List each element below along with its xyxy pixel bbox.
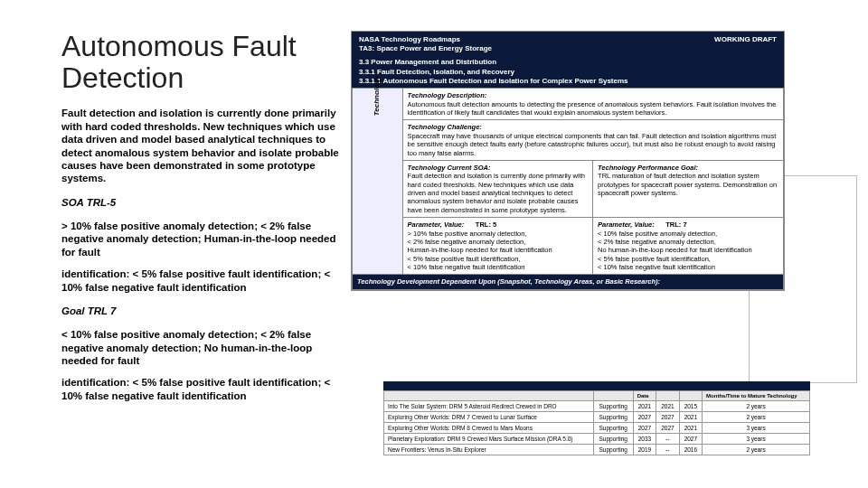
mission-c2: 2021 [633, 401, 656, 412]
dev-dependent-row: Technology Development Dependent Upon (S… [353, 275, 784, 289]
perf-goal-text: TRL maturation of fault detection and is… [598, 172, 777, 197]
goal-label: Goal TRL 7 [61, 305, 342, 317]
current-soa-label: Technology Current SOA: [408, 164, 491, 172]
tech-description-cell: Technology Description: Autonomous fault… [402, 89, 783, 120]
mh-date: Date [633, 391, 656, 401]
param-label-l: Parameter, Value: [408, 221, 465, 229]
mission-c4: 2021 [679, 412, 702, 423]
mission-c1: Supporting [593, 423, 633, 434]
mh-c1 [593, 391, 633, 401]
technology-table: Technology Technology Description: Auton… [352, 88, 784, 290]
mission-name: New Frontiers: Venus In-Situ Explorer [384, 445, 594, 455]
mission-c2: 2027 [633, 423, 656, 434]
doc-header-line2: TA3: Space Power and Energy Storage [359, 44, 492, 53]
current-soa-text: Fault detection and isolation is current… [408, 172, 585, 214]
mission-c3: 2027 [656, 423, 679, 434]
mission-name: Into The Solar System: DRM 5 Asteroid Re… [384, 401, 594, 412]
mh-c3 [656, 391, 679, 401]
mission-name: Exploring Other Worlds: DRM 7 Crewed to … [384, 412, 594, 423]
mission-c1: Supporting [593, 445, 633, 455]
mission-table: Date Months/Time to Mature Technology In… [383, 390, 810, 455]
mission-c4: 2021 [679, 423, 702, 434]
mission-header-strip [383, 381, 810, 390]
tech-challenge-label: Technology Challenge: [408, 123, 482, 131]
tech-challenge-cell: Technology Challenge: Spacecraft may hav… [402, 120, 783, 161]
soa-metrics-2: identification: < 5% false positive faul… [61, 267, 342, 294]
sec-3-3: 3.3 Power Management and Distribution [359, 58, 777, 67]
mh-name [384, 391, 594, 401]
param-left-text: > 10% false positive anomaly detection, … [408, 230, 552, 272]
doc-header-line1: NASA Technology Roadmaps [359, 35, 492, 44]
mission-c4: 2015 [679, 401, 702, 412]
right-column: …tion in …r and …lo …ss …meet …ulator …t… [351, 31, 821, 470]
goal-metrics-2: identification: < 5% false positive faul… [61, 376, 342, 402]
soa-metrics-1: > 10% false positive anomaly detection; … [61, 220, 342, 258]
mission-c4: 2016 [679, 445, 702, 455]
mission-c1: Supporting [593, 401, 633, 412]
technology-side-label: Technology [373, 76, 382, 117]
tech-description-text: Autonomous fault detection amounts to de… [408, 100, 777, 117]
mission-tbody: Into The Solar System: DRM 5 Asteroid Re… [384, 401, 810, 455]
mh-time: Months/Time to Mature Technology [703, 391, 810, 401]
mission-c1: Supporting [593, 412, 633, 423]
mission-name: Exploring Other Worlds: DRM 8 Crewed to … [384, 423, 594, 434]
slide: Autonomous Fault Detection Fault detecti… [0, 0, 868, 488]
mission-c5: 2 years [703, 445, 810, 455]
mission-name: Planetary Exploration: DRM 9 Crewed Mars… [384, 434, 594, 445]
mission-c5: 2 years [703, 412, 810, 423]
tech-description-label: Technology Description: [408, 91, 487, 99]
mission-c5: 3 years [703, 434, 810, 445]
perf-goal-label: Technology Performance Goal: [598, 164, 698, 172]
mission-c4: 2027 [679, 434, 702, 445]
roadmap-document: NASA Technology Roadmaps TA3: Space Powe… [351, 31, 785, 291]
table-row: Exploring Other Worlds: DRM 7 Crewed to … [384, 412, 810, 423]
mission-c2: 2027 [633, 412, 656, 423]
doc-header-left: NASA Technology Roadmaps TA3: Space Powe… [359, 35, 492, 52]
technology-side-tab: Technology [353, 89, 403, 275]
left-column: Autonomous Fault Detection Fault detecti… [61, 31, 342, 470]
table-row: Into The Solar System: DRM 5 Asteroid Re… [384, 401, 810, 412]
table-row: New Frontiers: Venus In-Situ ExplorerSup… [384, 445, 810, 455]
table-row: Planetary Exploration: DRM 9 Crewed Mars… [384, 434, 810, 445]
table-row: Exploring Other Worlds: DRM 8 Crewed to … [384, 423, 810, 434]
slide-title: Autonomous Fault Detection [61, 31, 342, 94]
param-right-text: < 10% false positive anomaly detection, … [598, 230, 752, 272]
trl-right: TRL: 7 [665, 221, 686, 229]
mission-c5: 3 years [703, 423, 810, 434]
goal-metrics-1: < 10% false positive anomaly detection; … [61, 328, 342, 367]
doc-header: NASA Technology Roadmaps TA3: Space Powe… [352, 32, 784, 56]
soa-label: SOA TRL-5 [61, 196, 342, 209]
param-label-r: Parameter, Value: [598, 221, 655, 229]
mission-c3: -- [656, 434, 679, 445]
sec-3-3-1: 3.3.1 Fault Detection, Isolation, and Re… [359, 68, 777, 77]
param-left-cell: Parameter, Value: TRL: 5 > 10% false pos… [402, 218, 592, 275]
mission-c3: 2021 [656, 401, 679, 412]
tech-challenge-text: Spacecraft may have thousands of unique … [408, 132, 777, 157]
current-soa-cell: Technology Current SOA: Fault detection … [402, 160, 592, 217]
mission-c1: Supporting [593, 434, 633, 445]
param-right-cell: Parameter, Value: TRL: 7 < 10% false pos… [593, 218, 784, 275]
sec-3-3-1-1: 3.3.1.1 Autonomous Fault Detection and I… [359, 77, 777, 86]
mission-c3: -- [656, 445, 679, 455]
doc-header-right: WORKING DRAFT [714, 35, 777, 43]
intro-paragraph: Fault detection and isolation is current… [61, 107, 342, 184]
mission-c2: 2019 [633, 445, 656, 455]
mh-c4 [679, 391, 702, 401]
mission-c3: 2027 [656, 412, 679, 423]
doc-section-heading: 3.3 Power Management and Distribution 3.… [352, 56, 784, 88]
perf-goal-cell: Technology Performance Goal: TRL maturat… [593, 160, 784, 217]
mission-c5: 2 years [703, 401, 810, 412]
mission-c2: 2033 [633, 434, 656, 445]
trl-left: TRL: 5 [476, 221, 496, 229]
